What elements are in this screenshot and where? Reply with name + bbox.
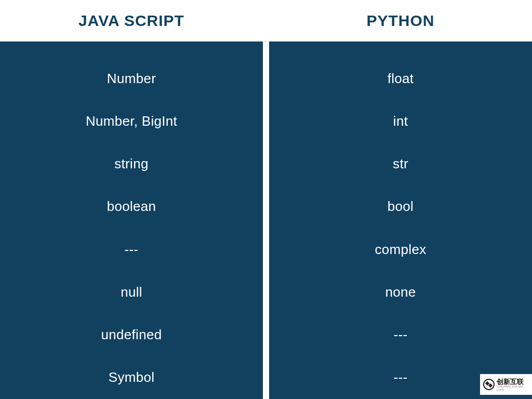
table-cell: bool [269,185,532,228]
table-cell: complex [269,228,532,271]
table-cell: Number [0,57,263,100]
table-header: JAVA SCRIPT PYTHON [0,0,532,42]
watermark-text: 创新互联 CHUANG XIN HU LIAN [497,378,529,391]
watermark: 创新互联 CHUANG XIN HU LIAN [480,374,532,395]
table-cell: --- [269,314,532,356]
table-cell: int [269,100,532,142]
table-cell: --- [0,228,263,271]
watermark-logo-icon [483,379,495,390]
column-javascript: Number Number, BigInt string boolean ---… [0,42,263,399]
table-body: Number Number, BigInt string boolean ---… [0,42,532,399]
table-cell: undefined [0,314,263,356]
table-cell: boolean [0,185,263,228]
table-cell: none [269,271,532,313]
table-cell: str [269,143,532,185]
watermark-text-en: CHUANG XIN HU LIAN [497,385,529,391]
table-cell: Symbol [0,356,263,399]
watermark-text-cn: 创新互联 [497,378,529,385]
table-cell: float [269,57,532,100]
column-python: float int str bool complex none --- --- [269,42,532,399]
header-javascript: JAVA SCRIPT [0,0,263,41]
table-cell: Number, BigInt [0,100,263,142]
header-python: PYTHON [269,0,532,41]
table-cell: string [0,143,263,185]
table-cell: null [0,271,263,313]
